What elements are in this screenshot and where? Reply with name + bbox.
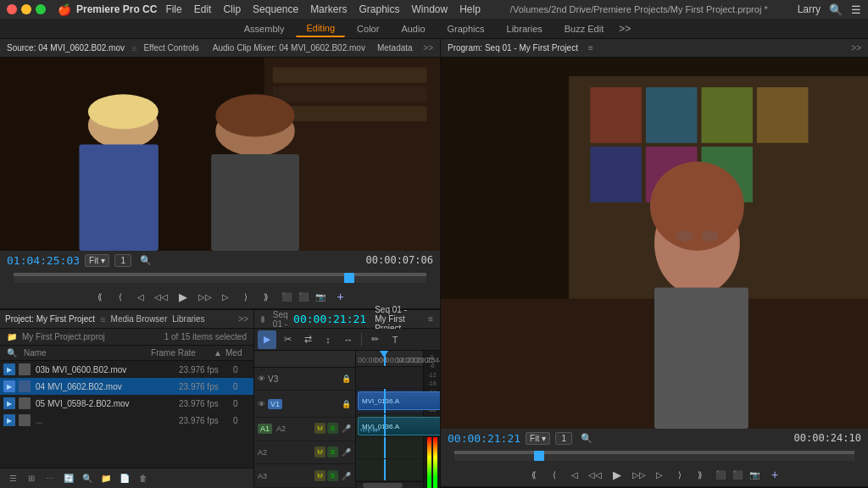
col-med[interactable]: Med (225, 348, 247, 358)
close-button[interactable] (7, 4, 17, 14)
tl-tool-rate[interactable]: ⇄ (298, 330, 317, 349)
track-solo-a2[interactable]: S (327, 446, 338, 458)
track-row-a1[interactable]: MVI_0136.A 01 MVI... (356, 414, 423, 436)
source-play-btn[interactable]: ▶ (174, 287, 192, 306)
source-fit-select[interactable]: Fit ▾ (85, 254, 109, 267)
search-icon[interactable]: 🔍 (829, 3, 843, 16)
program-playhead-bar[interactable] (454, 451, 854, 461)
program-video-area[interactable] (441, 58, 868, 429)
file-row-2[interactable]: ▶ 05 MVI_0598-2.B02.mov 23.976 fps 0 (0, 395, 253, 412)
workspace-tab-graphics[interactable]: Graphics (437, 21, 495, 36)
source-next-frame-btn[interactable]: ▷ (218, 289, 233, 304)
source-playhead-head[interactable] (344, 273, 354, 283)
track-row-a3[interactable] (356, 459, 423, 481)
effect-controls-tab[interactable]: Effect Controls (143, 43, 198, 53)
track-row-v3[interactable] (356, 367, 423, 389)
pbb-icon-view[interactable]: ⊞ (24, 471, 39, 486)
program-timecode[interactable]: 00:00:21:21 (448, 432, 520, 445)
source-timecode[interactable]: 01:04:25:03 (7, 254, 80, 267)
file-name-1[interactable]: 04 MVI_0602.B02.mov (36, 382, 175, 391)
source-monitor-tab[interactable]: Source: 04 MVI_0602.B02.mov (7, 43, 125, 53)
source-add-btn[interactable]: + (333, 289, 348, 304)
metadata-tab[interactable]: Metadata (377, 43, 413, 53)
source-camera-btn[interactable]: 📷 (313, 289, 328, 304)
maximize-button[interactable] (36, 4, 46, 14)
tl-tool-pen[interactable]: ✏ (365, 330, 384, 349)
track-lock-v1[interactable]: 🔒 (340, 398, 352, 410)
audio-clip-mixer-tab[interactable]: Audio Clip Mixer: 04 MVI_0602.B02.mov (213, 43, 365, 53)
col-fps[interactable]: Frame Rate (151, 348, 210, 358)
source-frame-num[interactable]: 1 (114, 254, 131, 267)
program-frame-num[interactable]: 1 (555, 432, 572, 445)
source-step-back-btn[interactable]: ⟨ (113, 289, 128, 304)
menu-graphics[interactable]: Graphics (359, 3, 399, 15)
track-mute-a3[interactable]: M (314, 470, 326, 481)
track-row-a2[interactable] (356, 437, 423, 459)
menu-markers[interactable]: Markers (310, 3, 347, 15)
workspace-tab-color[interactable]: Color (347, 21, 389, 36)
timeline-scrollbar[interactable] (356, 481, 423, 488)
program-monitor-tab[interactable]: Program: Seq 01 - My First Project (448, 43, 578, 53)
pbb-new-bin[interactable]: 📁 (98, 471, 114, 486)
source-zoom-icon[interactable]: 🔍 (140, 255, 152, 266)
program-lift-btn[interactable]: ⬛ (713, 467, 728, 482)
program-panel-more[interactable]: >> (851, 43, 861, 53)
track-solo-a1[interactable]: S (327, 423, 338, 434)
program-camera-btn[interactable]: 📷 (747, 467, 762, 482)
clip-a1-0[interactable]: MVI_0136.A (358, 417, 440, 435)
track-target-v1[interactable]: V1 (268, 399, 282, 409)
file-name-2[interactable]: 05 MVI_0598-2.B02.mov (36, 399, 175, 408)
workspace-tab-libraries[interactable]: Libraries (497, 21, 553, 36)
menu-clip[interactable]: Clip (223, 3, 241, 15)
menu-file[interactable]: File (165, 3, 181, 15)
tl-tool-ripple[interactable]: ✂ (278, 330, 297, 349)
pbb-automate[interactable]: 🔄 (61, 471, 76, 486)
track-lock-v3[interactable]: 🔒 (340, 373, 352, 385)
workspace-tab-editing[interactable]: Editing (296, 20, 345, 37)
col-name[interactable]: Name (24, 348, 147, 358)
source-overwrite-btn[interactable]: ⬛ (296, 289, 311, 304)
track-mic-a3[interactable]: 🎤 (340, 470, 352, 482)
source-insert-btn[interactable]: ⬛ (279, 289, 294, 304)
track-row-v1[interactable]: MVI_0136.A 03a 01 MVI_06... (356, 389, 423, 414)
program-extract-btn[interactable]: ⬛ (730, 467, 745, 482)
timeline-timecode[interactable]: 00:00:21:21 (293, 313, 366, 325)
project-tab-libraries[interactable]: Libraries (172, 314, 204, 324)
workspace-tab-audio[interactable]: Audio (391, 21, 435, 36)
workspace-tab-assembly[interactable]: Assembly (234, 21, 295, 36)
source-mark-in-btn[interactable]: ⟪ (92, 289, 108, 304)
file-row-0[interactable]: ▶ 03b MVI_0600.B02.mov 23.976 fps 0 (0, 361, 253, 378)
file-name-0[interactable]: 03b MVI_0600.B02.mov (36, 365, 175, 374)
program-rewind-btn[interactable]: ◁◁ (587, 467, 603, 482)
track-mic-a1[interactable]: 🎤 (340, 423, 352, 435)
track-mic-a2[interactable]: 🎤 (340, 446, 352, 458)
pbb-new-item[interactable]: 📄 (117, 471, 132, 486)
menu-sequence[interactable]: Sequence (253, 3, 298, 15)
project-panel-more[interactable]: >> (238, 314, 248, 324)
source-mark-out-btn[interactable]: ⟫ (259, 289, 274, 304)
file-row-1[interactable]: ▶ 04 MVI_0602.B02.mov 23.976 fps 0 (0, 378, 253, 395)
pbb-freeform-view[interactable]: ⋯ (42, 471, 58, 486)
track-mute-a1[interactable]: M (314, 423, 326, 434)
program-add-btn[interactable]: + (767, 467, 782, 482)
file-list-search[interactable]: 🔍 (7, 348, 17, 358)
track-eye-v3[interactable]: 👁 (258, 374, 265, 383)
tl-tool-slide[interactable]: ↔ (339, 330, 358, 349)
tl-tool-selection[interactable]: ▶ (258, 330, 276, 349)
program-step-fwd-btn[interactable]: ⟩ (672, 467, 687, 482)
program-playhead-head[interactable] (534, 451, 544, 461)
program-mark-in-btn[interactable]: ⟪ (526, 467, 542, 482)
menu-edit[interactable]: Edit (194, 3, 212, 15)
source-prev-frame-btn[interactable]: ◁ (133, 289, 148, 304)
timeline-scrollbar-thumb[interactable] (363, 483, 403, 488)
track-eye-v1[interactable]: 👁 (258, 400, 265, 408)
clip-v1-0[interactable]: MVI_0136.A (358, 391, 440, 410)
project-tab-main[interactable]: Project: My First Project (5, 314, 95, 324)
source-step-fwd-btn[interactable]: ⟩ (238, 289, 253, 304)
program-ff-btn[interactable]: ▷▷ (632, 467, 647, 482)
menu-window[interactable]: Window (412, 3, 448, 15)
menu-help[interactable]: Help (459, 3, 481, 15)
minimize-button[interactable] (21, 4, 31, 14)
timeline-title-menu[interactable]: ≡ (428, 314, 433, 324)
timeline-close-btn[interactable] (261, 316, 264, 323)
